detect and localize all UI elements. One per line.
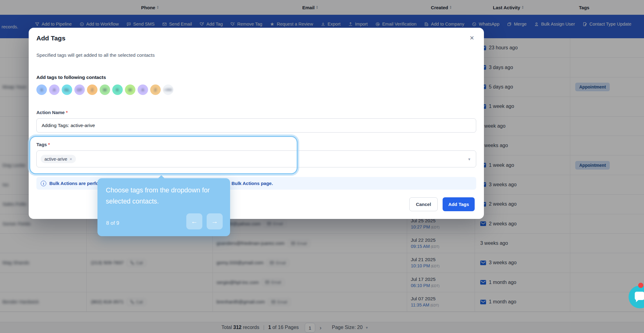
modal-title: Add Tags: [36, 35, 65, 42]
chevron-down-icon[interactable]: ▾: [468, 157, 470, 162]
contacts-heading: Add tags to following contacts: [36, 75, 106, 80]
avatar-initials: Z: [91, 88, 93, 92]
avatar-initials: S: [40, 88, 43, 92]
avatar-overflow-label: +302: [164, 88, 172, 92]
action-name-label-text: Action Name: [36, 110, 65, 115]
tooltip-step-counter: 8 of 9: [106, 220, 119, 226]
tooltip-next-button[interactable]: →: [207, 213, 223, 229]
tutorial-tooltip: Choose tags from the dropdown for select…: [97, 178, 230, 236]
tag-chip: active-arive ×: [41, 155, 76, 163]
contact-avatar: S: [36, 84, 47, 95]
cancel-button[interactable]: Cancel: [409, 197, 438, 211]
action-name-field[interactable]: Adding Tags: active-arive: [36, 118, 476, 133]
remove-tag-chip-icon[interactable]: ×: [69, 156, 72, 162]
action-name-value: Adding Tags: active-arive: [42, 123, 95, 128]
info-icon: i: [41, 181, 46, 186]
tooltip-back-button[interactable]: ←: [186, 213, 202, 229]
tag-chip-label: active-arive: [44, 157, 67, 162]
contact-avatar: CF: [74, 84, 85, 95]
required-asterisk: *: [66, 110, 68, 115]
avatar-initials: CF: [77, 88, 82, 92]
avatar-initials: A: [141, 88, 144, 92]
contact-avatar: GL: [62, 84, 72, 95]
contact-avatar: W: [100, 84, 110, 95]
contact-avatar: A: [49, 84, 60, 95]
chat-notification-dot: [638, 283, 643, 288]
avatar-initials: A: [53, 88, 56, 92]
contact-avatar: Z: [150, 84, 161, 95]
tooltip-text: Choose tags from the dropdown for select…: [106, 185, 224, 207]
close-icon[interactable]: ×: [467, 33, 477, 43]
avatar-initials: K: [116, 88, 119, 92]
contact-avatar: A: [138, 84, 148, 95]
tags-label-text: Tags: [36, 142, 47, 147]
modal-subtitle: Specified tags will get added to all the…: [36, 52, 155, 58]
contact-avatar: K: [112, 84, 123, 95]
avatar-initials: GL: [64, 88, 70, 92]
tags-label: Tags*: [36, 142, 50, 147]
contact-avatar: Z: [87, 84, 97, 95]
avatar-overflow-count: +302: [163, 84, 173, 95]
crm-contacts-screen: Phone▴▾Email▴▾Created▴▾Last Activity▴▾Ta…: [0, 0, 644, 333]
add-tags-modal: Add Tags × Specified tags will get added…: [29, 28, 484, 219]
avatar-initials: W: [103, 88, 107, 92]
tags-multiselect-field[interactable]: active-arive × ▾: [36, 150, 476, 167]
avatar-initials: M: [129, 88, 132, 92]
action-name-label: Action Name*: [36, 110, 68, 115]
contact-avatar: M: [125, 84, 135, 95]
avatar-initials: Z: [154, 88, 157, 92]
add-tags-button[interactable]: Add Tags: [443, 197, 475, 211]
required-asterisk: *: [48, 142, 50, 147]
chat-bubble-icon: [635, 292, 644, 300]
